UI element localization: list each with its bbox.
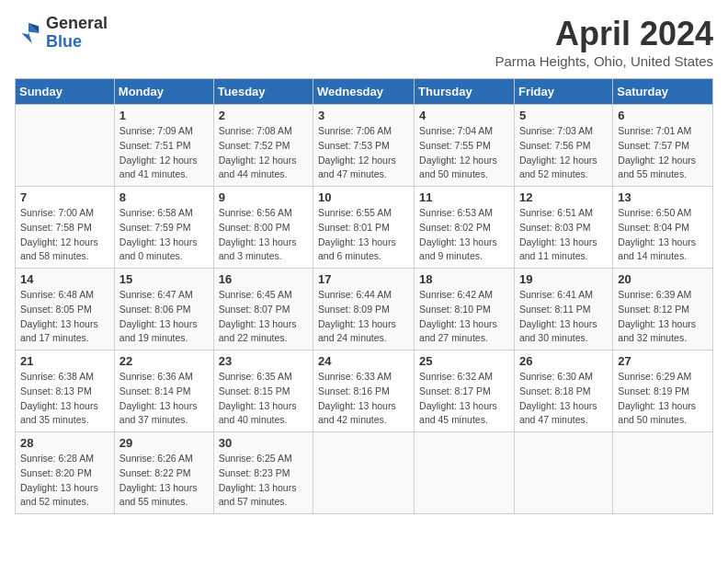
day-info: Sunrise: 7:01 AMSunset: 7:57 PMDaylight:… [618,124,708,182]
day-info: Sunrise: 6:56 AMSunset: 8:00 PMDaylight:… [219,206,308,264]
day-info: Sunrise: 6:36 AMSunset: 8:14 PMDaylight:… [119,370,209,428]
day-info: Sunrise: 6:58 AMSunset: 7:59 PMDaylight:… [119,206,209,264]
day-info: Sunrise: 6:41 AMSunset: 8:11 PMDaylight:… [519,288,608,346]
calendar-cell [415,432,515,514]
day-info: Sunrise: 6:29 AMSunset: 8:19 PMDaylight:… [618,370,708,428]
calendar-week-row: 1Sunrise: 7:09 AMSunset: 7:51 PMDaylight… [16,105,713,187]
day-number: 16 [219,272,308,286]
calendar-cell [16,105,115,187]
calendar-cell: 16Sunrise: 6:45 AMSunset: 8:07 PMDayligh… [213,269,313,350]
calendar-week-row: 7Sunrise: 7:00 AMSunset: 7:58 PMDaylight… [16,187,713,269]
logo-text: General Blue [46,15,108,52]
weekday-header-sunday: Sunday [16,79,115,105]
calendar-cell: 11Sunrise: 6:53 AMSunset: 8:02 PMDayligh… [415,187,515,269]
calendar-cell: 14Sunrise: 6:48 AMSunset: 8:05 PMDayligh… [16,269,115,350]
calendar-cell: 2Sunrise: 7:08 AMSunset: 7:52 PMDaylight… [213,105,313,187]
calendar-week-row: 21Sunrise: 6:38 AMSunset: 8:13 PMDayligh… [16,350,713,432]
weekday-header-wednesday: Wednesday [313,79,415,105]
calendar-cell: 30Sunrise: 6:25 AMSunset: 8:23 PMDayligh… [213,432,313,514]
day-number: 30 [219,436,308,450]
logo: General Blue [15,15,108,52]
calendar-table: SundayMondayTuesdayWednesdayThursdayFrid… [15,78,713,514]
day-number: 6 [618,109,708,122]
day-number: 18 [419,272,509,286]
logo-general: General [46,15,108,33]
weekday-header-tuesday: Tuesday [213,79,313,105]
calendar-cell: 19Sunrise: 6:41 AMSunset: 8:11 PMDayligh… [514,269,612,350]
day-info: Sunrise: 7:06 AMSunset: 7:53 PMDaylight:… [318,124,409,182]
calendar-cell: 18Sunrise: 6:42 AMSunset: 8:10 PMDayligh… [415,269,515,350]
calendar-cell: 9Sunrise: 6:56 AMSunset: 8:00 PMDaylight… [213,187,313,269]
logo-icon [15,19,42,47]
calendar-cell: 13Sunrise: 6:50 AMSunset: 8:04 PMDayligh… [613,187,713,269]
calendar-cell: 6Sunrise: 7:01 AMSunset: 7:57 PMDaylight… [613,105,713,187]
calendar-week-row: 28Sunrise: 6:28 AMSunset: 8:20 PMDayligh… [16,432,713,514]
day-info: Sunrise: 6:51 AMSunset: 8:03 PMDaylight:… [519,206,608,264]
day-number: 3 [318,109,409,122]
day-info: Sunrise: 7:08 AMSunset: 7:52 PMDaylight:… [219,124,308,182]
calendar-cell: 4Sunrise: 7:04 AMSunset: 7:55 PMDaylight… [415,105,515,187]
day-number: 15 [119,272,209,286]
calendar-cell: 1Sunrise: 7:09 AMSunset: 7:51 PMDaylight… [114,105,213,187]
day-info: Sunrise: 7:09 AMSunset: 7:51 PMDaylight:… [119,124,209,182]
calendar-cell: 29Sunrise: 6:26 AMSunset: 8:22 PMDayligh… [114,432,213,514]
day-info: Sunrise: 6:30 AMSunset: 8:18 PMDaylight:… [519,370,608,428]
day-info: Sunrise: 6:55 AMSunset: 8:01 PMDaylight:… [318,206,409,264]
calendar-cell: 15Sunrise: 6:47 AMSunset: 8:06 PMDayligh… [114,269,213,350]
calendar-cell: 21Sunrise: 6:38 AMSunset: 8:13 PMDayligh… [16,350,115,432]
calendar-cell: 5Sunrise: 7:03 AMSunset: 7:56 PMDaylight… [514,105,612,187]
weekday-header-monday: Monday [114,79,213,105]
calendar-cell: 24Sunrise: 6:33 AMSunset: 8:16 PMDayligh… [313,350,415,432]
day-info: Sunrise: 6:50 AMSunset: 8:04 PMDaylight:… [618,206,708,264]
day-number: 29 [119,436,209,450]
day-number: 9 [219,190,308,204]
day-info: Sunrise: 6:47 AMSunset: 8:06 PMDaylight:… [119,288,209,346]
day-info: Sunrise: 6:38 AMSunset: 8:13 PMDaylight:… [20,370,109,428]
day-info: Sunrise: 7:03 AMSunset: 7:56 PMDaylight:… [519,124,608,182]
day-number: 20 [618,272,708,286]
calendar-cell: 10Sunrise: 6:55 AMSunset: 8:01 PMDayligh… [313,187,415,269]
day-info: Sunrise: 6:44 AMSunset: 8:09 PMDaylight:… [318,288,409,346]
calendar-cell [514,432,612,514]
day-number: 24 [318,354,409,368]
calendar-cell [313,432,415,514]
day-info: Sunrise: 6:35 AMSunset: 8:15 PMDaylight:… [219,370,308,428]
day-number: 4 [419,109,509,122]
calendar-cell: 20Sunrise: 6:39 AMSunset: 8:12 PMDayligh… [613,269,713,350]
calendar-cell: 27Sunrise: 6:29 AMSunset: 8:19 PMDayligh… [613,350,713,432]
day-info: Sunrise: 6:26 AMSunset: 8:22 PMDaylight:… [119,452,209,510]
day-info: Sunrise: 6:48 AMSunset: 8:05 PMDaylight:… [20,288,109,346]
day-info: Sunrise: 7:04 AMSunset: 7:55 PMDaylight:… [419,124,509,182]
calendar-cell: 17Sunrise: 6:44 AMSunset: 8:09 PMDayligh… [313,269,415,350]
day-info: Sunrise: 6:45 AMSunset: 8:07 PMDaylight:… [219,288,308,346]
day-number: 12 [519,190,608,204]
day-info: Sunrise: 6:33 AMSunset: 8:16 PMDaylight:… [318,370,409,428]
day-info: Sunrise: 7:00 AMSunset: 7:58 PMDaylight:… [20,206,109,264]
calendar-cell [613,432,713,514]
day-info: Sunrise: 6:25 AMSunset: 8:23 PMDaylight:… [219,452,308,510]
day-info: Sunrise: 6:28 AMSunset: 8:20 PMDaylight:… [20,452,109,510]
page-header: General Blue April 2024 Parma Heights, O… [15,15,713,69]
day-info: Sunrise: 6:39 AMSunset: 8:12 PMDaylight:… [618,288,708,346]
day-number: 19 [519,272,608,286]
day-info: Sunrise: 6:32 AMSunset: 8:17 PMDaylight:… [419,370,509,428]
day-number: 23 [219,354,308,368]
day-number: 28 [20,436,109,450]
calendar-week-row: 14Sunrise: 6:48 AMSunset: 8:05 PMDayligh… [16,269,713,350]
calendar-cell: 22Sunrise: 6:36 AMSunset: 8:14 PMDayligh… [114,350,213,432]
day-number: 26 [519,354,608,368]
weekday-header-row: SundayMondayTuesdayWednesdayThursdayFrid… [16,79,713,105]
logo-blue: Blue [46,33,108,52]
calendar-cell: 26Sunrise: 6:30 AMSunset: 8:18 PMDayligh… [514,350,612,432]
day-number: 14 [20,272,109,286]
day-number: 7 [20,190,109,204]
day-info: Sunrise: 6:53 AMSunset: 8:02 PMDaylight:… [419,206,509,264]
day-number: 8 [119,190,209,204]
weekday-header-saturday: Saturday [613,79,713,105]
day-info: Sunrise: 6:42 AMSunset: 8:10 PMDaylight:… [419,288,509,346]
location-title: Parma Heights, Ohio, United States [495,53,713,69]
title-section: April 2024 Parma Heights, Ohio, United S… [495,15,713,69]
day-number: 21 [20,354,109,368]
weekday-header-friday: Friday [514,79,612,105]
month-title: April 2024 [495,15,713,53]
